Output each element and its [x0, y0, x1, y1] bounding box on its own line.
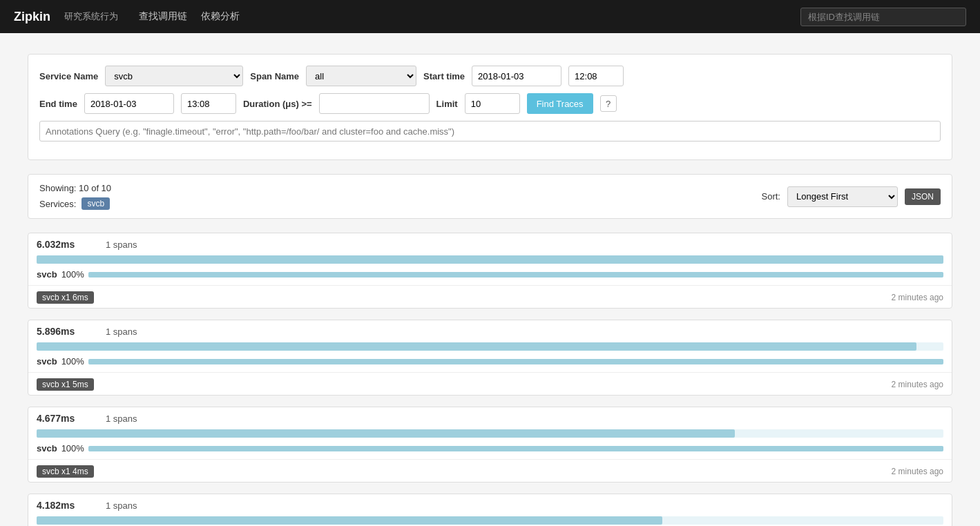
trace-spans: 1 spans: [106, 500, 137, 511]
main-content: Service Name svcb Span Name all Start ti…: [0, 33, 980, 526]
trace-separator: [28, 459, 952, 460]
navbar-links: 查找调用链 依赖分析: [139, 10, 800, 23]
trace-tag: svcb x1 6ms: [37, 291, 94, 304]
end-time-label: End time: [39, 99, 77, 109]
service-name-select[interactable]: svcb: [105, 66, 243, 86]
service-badge: svcb: [81, 197, 110, 210]
results-info-left: Showing: 10 of 10 Services: svcb: [39, 183, 111, 210]
trace-service-name: svcb: [37, 269, 57, 280]
find-traces-button[interactable]: Find Traces: [527, 93, 593, 114]
nav-link-dependencies[interactable]: 依赖分析: [201, 10, 240, 23]
navbar-search: [800, 8, 966, 26]
services-label: Services:: [39, 199, 76, 209]
trace-bar-bg: [37, 429, 943, 438]
trace-service-bar-bg: [88, 272, 943, 277]
trace-duration: 6.032ms: [37, 239, 92, 250]
trace-spans: 1 spans: [106, 327, 137, 337]
trace-header: 4.677ms 1 spans: [28, 407, 952, 429]
trace-service-name: svcb: [37, 443, 57, 454]
sort-select[interactable]: Longest First Shortest First Newest Firs…: [787, 186, 898, 207]
search-row-3: [39, 121, 941, 142]
trace-bar-row: [28, 516, 952, 526]
trace-bar-row: [28, 342, 952, 353]
end-time-time-input[interactable]: [181, 93, 236, 114]
trace-bar-bg: [37, 255, 943, 264]
trace-service-bar-fill: [88, 446, 943, 451]
navbar: Zipkin 研究系统行为 查找调用链 依赖分析: [0, 0, 980, 33]
end-time-date-input[interactable]: [84, 93, 174, 114]
trace-duration: 4.182ms: [37, 500, 92, 511]
trace-tag: svcb x1 4ms: [37, 465, 94, 478]
trace-card[interactable]: 4.677ms 1 spans svcb 100% svcb x1 4ms 2 …: [28, 407, 952, 483]
start-time-date-input[interactable]: [472, 66, 561, 86]
trace-service-row: svcb 100%: [28, 440, 952, 456]
showing-text: Showing: 10 of 10: [39, 183, 111, 193]
sort-label: Sort:: [762, 191, 780, 202]
results-info: Showing: 10 of 10 Services: svcb Sort: L…: [28, 174, 952, 219]
trace-bar-fill: [37, 429, 735, 438]
trace-id-search-input[interactable]: [800, 8, 966, 26]
trace-tag: svcb x1 5ms: [37, 378, 94, 391]
trace-duration: 4.677ms: [37, 413, 92, 424]
trace-header: 5.896ms 1 spans: [28, 320, 952, 342]
navbar-brand[interactable]: Zipkin: [14, 10, 50, 24]
json-button[interactable]: JSON: [905, 188, 941, 205]
search-row-2: End time Duration (μs) >= Limit Find Tra…: [39, 93, 941, 114]
annotations-query-input[interactable]: [39, 121, 941, 142]
trace-time-ago: 2 minutes ago: [892, 467, 943, 476]
trace-header: 4.182ms 1 spans: [28, 494, 952, 516]
service-name-label: Service Name: [39, 71, 98, 81]
trace-service-bar-fill: [88, 359, 943, 364]
start-time-label: Start time: [423, 71, 465, 81]
trace-time-ago: 2 minutes ago: [892, 380, 943, 389]
trace-service-bar-fill: [88, 272, 943, 277]
trace-header: 6.032ms 1 spans: [28, 233, 952, 255]
duration-input[interactable]: [319, 93, 430, 114]
trace-service-row: svcb 100%: [28, 266, 952, 282]
search-row-1: Service Name svcb Span Name all Start ti…: [39, 66, 941, 86]
trace-service-pct: 100%: [61, 269, 84, 280]
trace-service-pct: 100%: [61, 356, 84, 367]
trace-service-bar-bg: [88, 359, 943, 364]
trace-card[interactable]: 4.182ms 1 spans svcb 100% svcb x1 4ms 2 …: [28, 494, 952, 526]
trace-bar-fill: [37, 255, 943, 264]
trace-separator: [28, 285, 952, 286]
trace-bar-bg: [37, 516, 943, 525]
trace-service-row: svcb 100%: [28, 353, 952, 369]
limit-label: Limit: [436, 99, 458, 109]
limit-input[interactable]: [465, 93, 520, 114]
trace-time-ago: 2 minutes ago: [892, 293, 943, 302]
trace-service-bar-bg: [88, 446, 943, 451]
trace-duration: 5.896ms: [37, 326, 92, 337]
nav-link-traces[interactable]: 查找调用链: [139, 10, 187, 23]
trace-spans: 1 spans: [106, 413, 137, 424]
trace-spans: 1 spans: [106, 240, 137, 250]
results-info-right: Sort: Longest First Shortest First Newes…: [762, 186, 941, 207]
search-panel: Service Name svcb Span Name all Start ti…: [28, 54, 952, 160]
span-name-select[interactable]: all: [306, 66, 416, 86]
services-row: Services: svcb: [39, 197, 111, 210]
trace-separator: [28, 372, 952, 373]
trace-bar-row: [28, 255, 952, 266]
duration-label: Duration (μs) >=: [243, 99, 312, 109]
trace-bar-row: [28, 429, 952, 440]
trace-bar-bg: [37, 342, 943, 351]
trace-bar-fill: [37, 342, 916, 351]
help-icon[interactable]: ?: [600, 95, 617, 112]
trace-service-name: svcb: [37, 356, 57, 367]
trace-card[interactable]: 5.896ms 1 spans svcb 100% svcb x1 5ms 2 …: [28, 320, 952, 396]
span-name-label: Span Name: [250, 71, 299, 81]
trace-card[interactable]: 6.032ms 1 spans svcb 100% svcb x1 6ms 2 …: [28, 233, 952, 309]
navbar-tagline: 研究系统行为: [64, 10, 118, 23]
trace-tags-row: svcb x1 6ms 2 minutes ago: [28, 289, 952, 308]
trace-bar-fill: [37, 516, 662, 525]
trace-tags-row: svcb x1 5ms 2 minutes ago: [28, 376, 952, 395]
trace-tags-row: svcb x1 4ms 2 minutes ago: [28, 462, 952, 482]
trace-service-pct: 100%: [61, 443, 84, 454]
start-time-time-input[interactable]: [568, 66, 624, 86]
trace-cards-container: 6.032ms 1 spans svcb 100% svcb x1 6ms 2 …: [28, 233, 952, 526]
